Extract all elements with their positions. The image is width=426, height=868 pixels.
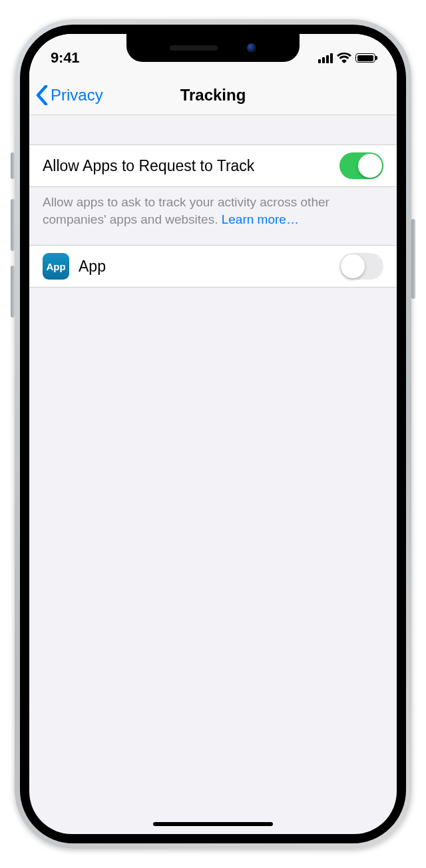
toggle-knob [358, 154, 382, 178]
app-tracking-row: App App [29, 245, 397, 288]
back-button[interactable]: Privacy [36, 85, 103, 105]
allow-apps-request-track-row: Allow Apps to Request to Track [29, 144, 397, 187]
learn-more-link[interactable]: Learn more… [222, 212, 299, 226]
page-title: Tracking [180, 86, 246, 105]
cellular-signal-icon [318, 53, 333, 63]
section-spacer [29, 115, 397, 144]
app-icon: App [43, 253, 69, 280]
home-indicator[interactable] [153, 822, 273, 826]
volume-up-button [11, 199, 15, 251]
section-spacer [29, 228, 397, 245]
front-camera [247, 43, 256, 53]
screen: 9:41 Privacy Tracking [29, 34, 397, 834]
app-tracking-toggle[interactable] [339, 253, 383, 280]
back-label: Privacy [51, 86, 103, 105]
silent-switch [11, 152, 15, 179]
navigation-bar: Privacy Tracking [29, 75, 397, 115]
notch [126, 34, 300, 62]
wifi-icon [337, 53, 351, 63]
row-label: Allow Apps to Request to Track [43, 157, 254, 175]
toggle-knob [341, 254, 365, 278]
battery-icon [355, 53, 375, 63]
section-footer: Allow apps to ask to track your activity… [29, 187, 397, 228]
app-name-label: App [79, 258, 106, 276]
phone-frame: 9:41 Privacy Tracking [15, 19, 411, 849]
chevron-left-icon [36, 85, 48, 105]
power-button [411, 219, 415, 299]
status-time: 9:41 [51, 49, 79, 67]
volume-down-button [11, 266, 15, 318]
speaker-grill [170, 45, 218, 51]
allow-apps-track-toggle[interactable] [339, 152, 383, 179]
